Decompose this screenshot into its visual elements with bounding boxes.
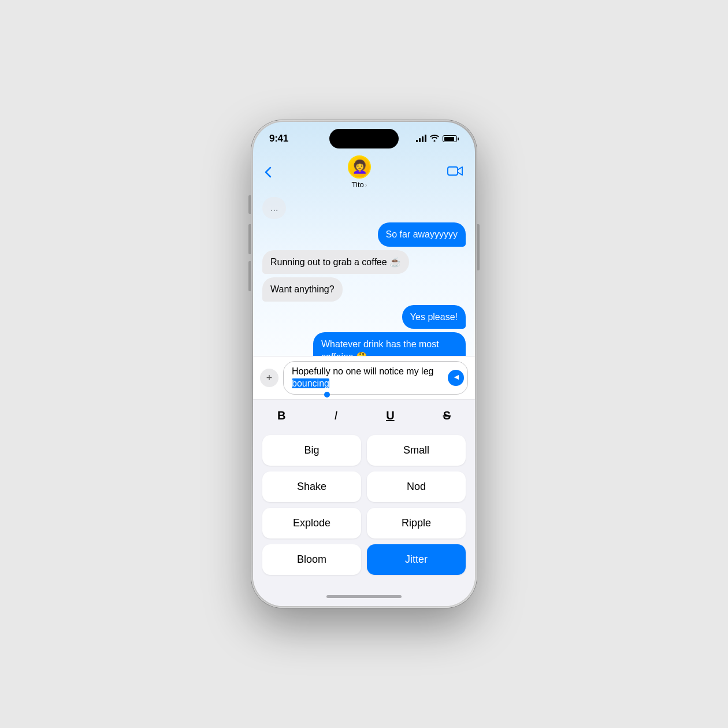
message-row: Yes please! [262,305,466,329]
input-area: + Hopefully no one will notice my leg bo… [253,356,475,399]
effect-big-button[interactable]: Big [262,435,361,466]
battery-icon [443,135,459,142]
message-bubble: Yes please! [402,305,466,329]
effect-shake-button[interactable]: Shake [262,471,361,502]
effect-nod-button[interactable]: Nod [367,471,466,502]
avatar: 👩‍🦱 [348,155,371,179]
effect-jitter-button[interactable]: Jitter [367,544,466,575]
effect-explode-button[interactable]: Explode [262,508,361,538]
message-bubble: So far awayyyyyy [378,222,466,247]
underline-button[interactable]: U [379,407,401,425]
status-icons [416,135,459,143]
effect-small-button[interactable]: Small [367,435,466,466]
back-button[interactable] [265,166,272,178]
message-row: Whatever drink has the most caffeine 🤔 D… [262,332,466,356]
dynamic-island [329,129,399,148]
message-row: Running out to grab a coffee ☕ [262,250,466,274]
message-bubble: Want anything? [262,277,343,302]
svg-rect-0 [448,167,458,175]
bold-button[interactable]: B [270,407,292,425]
video-call-button[interactable] [447,165,463,180]
nav-header: 👩‍🦱 Tito › [253,151,475,195]
send-arrow-icon: ▲ [451,373,460,381]
add-attachment-button[interactable]: + [260,369,278,387]
strikethrough-button[interactable]: S [436,407,458,425]
input-text: Hopefully no one will notice my leg boun… [292,366,444,390]
phone-device: 9:41 [251,120,477,608]
contact-name-label: Tito [352,180,364,189]
signal-icon [416,135,426,142]
messages-list: ... So far awayyyyyy Running out to grab… [253,195,475,356]
message-row: So far awayyyyyy [262,222,466,247]
format-toolbar: B I U S [253,399,475,430]
effect-bloom-button[interactable]: Bloom [262,544,361,575]
chevron-right-icon: › [365,181,367,188]
contact-info[interactable]: 👩‍🦱 Tito › [348,155,371,189]
status-time: 9:41 [269,133,288,144]
message-bubble: ... [262,197,286,219]
message-row: Want anything? [262,277,466,302]
home-bar [326,595,402,598]
effect-ripple-button[interactable]: Ripple [367,508,466,538]
message-row: ... [262,197,466,219]
message-bubble: Whatever drink has the most caffeine 🤔 [313,332,466,356]
send-button[interactable]: ▲ [448,370,464,386]
selected-text: bouncing [292,378,329,388]
wifi-icon [430,135,439,143]
message-input[interactable]: Hopefully no one will notice my leg boun… [283,361,468,395]
italic-button[interactable]: I [328,407,345,425]
message-bubble: Running out to grab a coffee ☕ [262,250,409,274]
home-indicator [253,586,475,606]
text-cursor [324,392,330,398]
effects-grid: Big Small Shake Nod Explode Ripple Bloom… [253,430,475,586]
